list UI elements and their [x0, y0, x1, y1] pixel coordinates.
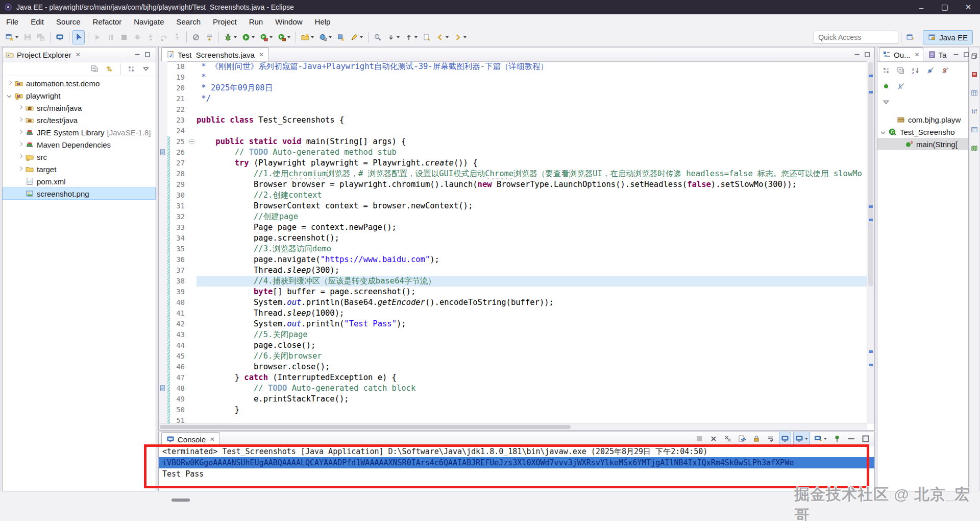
- scroll-lock-button[interactable]: [750, 432, 763, 446]
- skip-breakpoints-button[interactable]: [190, 30, 202, 44]
- outline-item-main-string[interactable]: Smain(String[: [877, 138, 968, 150]
- hide-nonpublic-button[interactable]: [880, 79, 892, 93]
- tree-item-pom-xml[interactable]: </>pom.xml: [3, 175, 156, 187]
- new-web-service-dropdown-icon[interactable]: [329, 36, 332, 38]
- tasks-tab[interactable]: Ta: [923, 48, 951, 61]
- filter-sliders-button[interactable]: [969, 105, 980, 119]
- outline-item-test-screensho[interactable]: CTest_Screensho: [877, 126, 968, 138]
- prev-annotation-button[interactable]: [403, 30, 420, 44]
- resume-button[interactable]: [91, 30, 104, 44]
- pin-console-button[interactable]: [831, 432, 843, 446]
- new-project-dropdown-icon[interactable]: [311, 36, 314, 38]
- minimize-button[interactable]: –: [910, 0, 933, 14]
- tree-item-src-main-java[interactable]: src/main/java: [3, 102, 156, 114]
- link-with-editor-button[interactable]: [103, 63, 115, 75]
- clear-console-button[interactable]: [736, 432, 748, 446]
- console-tab[interactable]: Console ✕: [161, 432, 220, 446]
- forward-button[interactable]: [452, 30, 469, 44]
- step-return-button[interactable]: [171, 30, 183, 44]
- run-button[interactable]: [240, 30, 257, 44]
- remove-all-launches-button[interactable]: [722, 432, 734, 446]
- coverage-dropdown-icon[interactable]: [270, 36, 273, 38]
- run-dropdown-icon[interactable]: [252, 36, 255, 38]
- scrollbar-thumb[interactable]: [868, 62, 873, 287]
- maximize-view-icon[interactable]: [142, 50, 153, 59]
- terminate-button[interactable]: [118, 30, 130, 44]
- display-selected-console-button[interactable]: [793, 432, 810, 446]
- console-view-button[interactable]: [54, 30, 66, 44]
- prev-annotation-dropdown-icon[interactable]: [414, 36, 418, 38]
- minimize-view-button[interactable]: [845, 432, 857, 446]
- tree-item-src[interactable]: src: [3, 151, 156, 163]
- back-button[interactable]: [434, 30, 451, 44]
- focus-dots-button[interactable]: [125, 63, 137, 75]
- last-edit-location-button[interactable]: [421, 30, 433, 44]
- new-wizard-button[interactable]: [4, 30, 20, 44]
- show-stdout-button[interactable]: [779, 432, 791, 446]
- menu-refactor[interactable]: Refactor: [87, 17, 128, 26]
- menu-window[interactable]: Window: [269, 17, 308, 26]
- disconnect-button[interactable]: [131, 30, 143, 44]
- menu-project[interactable]: Project: [207, 17, 243, 26]
- tree-arrow-icon[interactable]: [17, 166, 23, 172]
- new-wizard-dropdown-icon[interactable]: [15, 36, 18, 38]
- search-button[interactable]: [372, 30, 384, 44]
- terminate-console-button[interactable]: [693, 432, 705, 446]
- hide-local-button[interactable]: L: [895, 79, 907, 93]
- tree-arrow-icon[interactable]: [7, 92, 13, 99]
- open-perspective-button[interactable]: [904, 31, 916, 44]
- menu-help[interactable]: Help: [309, 17, 337, 26]
- sort-az-button[interactable]: az: [910, 63, 922, 78]
- save-all-button[interactable]: [35, 30, 47, 44]
- hide-fields-button[interactable]: [924, 63, 937, 78]
- display-selected-console-dropdown-icon[interactable]: [805, 438, 808, 440]
- menu-edit[interactable]: Edit: [24, 17, 50, 26]
- annotation-pen-dropdown-icon[interactable]: [360, 36, 363, 38]
- focus-dots-button[interactable]: [880, 63, 892, 78]
- next-annotation-button[interactable]: [385, 30, 402, 44]
- back-dropdown-icon[interactable]: [446, 36, 449, 38]
- editor-vertical-scrollbar[interactable]: [867, 61, 874, 424]
- open-console-button[interactable]: [812, 432, 829, 446]
- snippets-button[interactable]: [969, 123, 980, 137]
- outline-item-com-bjhg-playw[interactable]: com.bjhg.playw: [877, 113, 968, 126]
- data-table-button[interactable]: [969, 86, 980, 101]
- tree-item-playwright[interactable]: Mplaywright: [3, 89, 156, 102]
- step-over-button[interactable]: [158, 30, 170, 44]
- console-scrollbar-thumb[interactable]: [172, 499, 190, 502]
- next-annotation-dropdown-icon[interactable]: [397, 36, 400, 38]
- tree-item-jre-system-library[interactable]: JRE System Library[JavaSE-1.8]: [3, 126, 156, 138]
- tree-item-target[interactable]: target: [3, 163, 156, 175]
- drop-to-frame-button[interactable]: [203, 30, 215, 44]
- annotation-pen-button[interactable]: [348, 30, 365, 44]
- fold-marker-icon[interactable]: [188, 136, 197, 147]
- close-view-icon[interactable]: ✕: [76, 51, 81, 58]
- minimize-view-icon[interactable]: [951, 50, 961, 59]
- external-tools-button[interactable]: [276, 30, 292, 44]
- forward-dropdown-icon[interactable]: [463, 36, 467, 38]
- project-explorer-header[interactable]: Project Explorer ✕: [3, 48, 156, 62]
- close-button[interactable]: ✕: [957, 0, 980, 14]
- external-tools-dropdown-icon[interactable]: [287, 36, 290, 38]
- new-project-button[interactable]: [299, 30, 316, 44]
- view-menu-button[interactable]: [880, 95, 892, 109]
- tree-arrow-icon[interactable]: [880, 129, 887, 135]
- minimize-view-icon[interactable]: [852, 50, 862, 59]
- step-into-button[interactable]: [144, 30, 157, 44]
- close-tab-icon[interactable]: ✕: [915, 51, 920, 58]
- new-web-service-button[interactable]: [317, 30, 334, 44]
- collapse-all-button[interactable]: [88, 63, 101, 75]
- remove-launch-button[interactable]: [707, 432, 720, 446]
- view-menu-button[interactable]: [140, 63, 152, 75]
- menu-search[interactable]: Search: [170, 17, 207, 26]
- scrollbar-thumb[interactable]: [160, 425, 571, 429]
- map-view-button[interactable]: [969, 141, 980, 156]
- coverage-button[interactable]: [258, 30, 275, 44]
- collapse-all-button[interactable]: [895, 63, 907, 78]
- tree-item-automation-test-demo[interactable]: Mautomation.test.demo: [3, 77, 156, 89]
- open-console-dropdown-icon[interactable]: [824, 438, 827, 440]
- tree-arrow-icon[interactable]: [17, 117, 23, 123]
- close-tab-icon[interactable]: ✕: [259, 51, 264, 58]
- minimize-view-icon[interactable]: [132, 50, 142, 59]
- palette-red-button[interactable]: [969, 68, 980, 82]
